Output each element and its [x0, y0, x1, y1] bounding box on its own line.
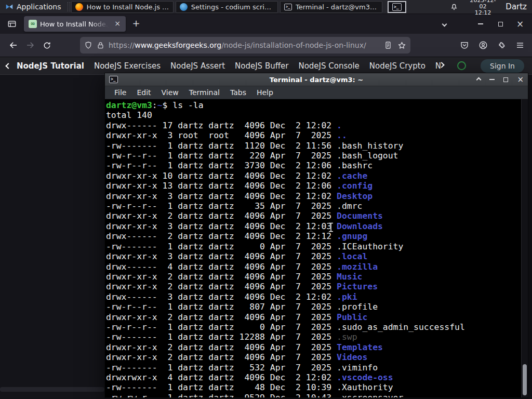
site-nav-link[interactable]: NodeJS Assert	[170, 61, 225, 71]
taskbar-button-terminal[interactable]: >_ Terminal - dartz@vm3: ~	[280, 1, 382, 13]
terminal-listing-line: -rw------- 1 dartz dartz 532 Apr 7 2025 …	[106, 363, 528, 373]
lock-icon[interactable]	[97, 42, 104, 49]
geeksforgeeks-favicon-icon: ∞	[29, 20, 37, 28]
taskbar-button-firefox[interactable]: How to Install Node.js o...	[71, 1, 174, 13]
forward-icon	[25, 41, 35, 50]
terminal-listing-line: -rw------- 1 dartz dartz 1120 Dec 2 11:5…	[106, 141, 528, 151]
list-all-tabs-button[interactable]	[436, 17, 452, 31]
panel-separator	[68, 2, 70, 11]
terminal-listing-line: drwxr-xr-x 2 dartz dartz 4096 Apr 7 2025…	[106, 352, 528, 362]
panel-clock[interactable]: 2025-12-02 12:12	[462, 0, 504, 16]
nav-scroll-left-icon[interactable]	[5, 63, 11, 69]
maximize-icon	[498, 22, 503, 26]
clock-date: 2025-12-02	[467, 0, 500, 10]
window-close-button[interactable]: ×	[512, 17, 528, 31]
notifications-button[interactable]	[446, 3, 462, 11]
terminal-total-line: total 140	[106, 110, 528, 120]
bookmark-star-icon[interactable]	[397, 41, 406, 50]
taskbar-button-label: Terminal - dartz@vm3: ~	[296, 3, 378, 11]
tab-title: How to Install Node.js on	[40, 20, 109, 28]
firefox-icon	[75, 3, 83, 11]
url-protocol: https://	[109, 41, 135, 49]
terminal-menu-tabs[interactable]: Tabs	[225, 88, 251, 97]
page-scrollbar[interactable]	[0, 387, 104, 392]
url-bar[interactable]: https://www.geeksforgeeks.org/node-js/in…	[80, 37, 410, 54]
user-menu-button[interactable]: Dartz	[503, 2, 532, 11]
terminal-listing-line: drwxr-xr-x 13 dartz dartz 4096 Dec 2 12:…	[106, 181, 528, 191]
distro-logo-icon	[5, 3, 14, 11]
terminal-menu-edit[interactable]: Edit	[131, 88, 156, 97]
browser-tab-bar: ∞ How to Install Node.js on × + ×	[0, 14, 532, 34]
browser-tab-active[interactable]: ∞ How to Install Node.js on ×	[24, 16, 126, 32]
site-nav-link[interactable]: NodeJS Crypto	[369, 61, 425, 71]
terminal-icon: >_	[392, 3, 402, 11]
terminal-scrollbar-thumb[interactable]	[523, 364, 527, 395]
terminal-listing-line: -rw------- 1 dartz dartz 12288 Apr 7 202…	[106, 332, 528, 342]
terminal-listing-line: -rw-r--r-- 1 dartz dartz 0 Apr 7 2025 .s…	[106, 322, 528, 332]
taskbar-button-label: How to Install Node.js o...	[87, 3, 169, 11]
terminal-menu-view[interactable]: View	[156, 88, 184, 97]
terminal-listing-line: drwxr-xr-x 2 dartz dartz 4096 Apr 7 2025…	[106, 342, 528, 352]
text-cursor-icon	[328, 222, 334, 232]
terminal-listing-line: drwxr-xr-x 2 dartz dartz 4096 Apr 7 2025…	[106, 272, 528, 282]
window-close-button[interactable]: ×	[517, 76, 524, 83]
app-menu-icon[interactable]	[515, 41, 525, 50]
window-maximize-button[interactable]	[503, 77, 508, 82]
terminal-body[interactable]: dartz@vm3:~$ ls -latotal 140drwx------ 1…	[105, 99, 528, 397]
terminal-listing-line: drwxr-xr-x 3 dartz dartz 4096 Dec 2 12:0…	[106, 191, 528, 201]
terminal-listing-line: drwx------ 17 dartz dartz 4096 Dec 2 12:…	[106, 121, 528, 130]
top-panel: Applications How to Install Node.js o...…	[0, 0, 532, 14]
browser-nav-toolbar: https://www.geeksforgeeks.org/node-js/in…	[0, 34, 532, 57]
minimize-icon	[478, 23, 483, 24]
terminal-title: Terminal - dartz@vm3: ~	[105, 76, 528, 84]
close-icon: ×	[516, 19, 524, 29]
terminal-listing-line: drwxr-xr-x 3 dartz dartz 4096 Dec 2 12:0…	[106, 221, 528, 231]
window-shade-button[interactable]	[476, 77, 482, 82]
firefox-view-icon	[7, 19, 17, 29]
shield-icon[interactable]	[84, 41, 92, 49]
extensions-icon[interactable]	[497, 41, 506, 50]
workspace-switcher[interactable]: >_	[388, 1, 406, 13]
forward-button[interactable]	[22, 37, 38, 53]
tab-close-button[interactable]: ×	[112, 19, 123, 29]
sign-in-button[interactable]: Sign In	[481, 59, 524, 73]
site-nav-bar: NodeJS TutorialNodeJS ExercisesNodeJS As…	[0, 57, 532, 75]
terminal-listing-line: drwx------ 4 dartz dartz 4096 Apr 7 2025…	[106, 262, 528, 272]
terminal-titlebar[interactable]: >_ Terminal - dartz@vm3: ~ ×	[105, 73, 528, 86]
terminal-listing-line: -rw------- 1 dartz dartz 0 Apr 7 2025 .I…	[106, 242, 528, 251]
site-nav-link[interactable]: NodeJS Console	[298, 61, 359, 71]
back-icon	[9, 41, 18, 50]
site-nav-link[interactable]: NodeJS Exercises	[94, 61, 161, 71]
terminal-listing-line: drwxr-xr-x 2 dartz dartz 4096 Apr 7 2025…	[106, 282, 528, 291]
terminal-menubar: FileEditViewTerminalTabsHelp	[105, 86, 528, 99]
terminal-listing-line: -rw-r--r-- 1 dartz dartz 3730 Dec 2 12:0…	[106, 161, 528, 170]
site-nav-link[interactable]: NodeJS Tutorial	[17, 61, 84, 71]
account-icon[interactable]	[478, 41, 488, 50]
terminal-listing-line: -rw------- 1 dartz dartz 48 Dec 2 10:39 …	[106, 382, 528, 392]
window-maximize-button[interactable]	[493, 17, 508, 31]
window-minimize-button[interactable]	[489, 79, 495, 80]
reader-view-icon[interactable]	[384, 41, 392, 49]
new-tab-button[interactable]: +	[129, 17, 143, 31]
search-icon[interactable]	[457, 61, 466, 70]
back-button[interactable]	[5, 37, 22, 53]
terminal-prompt-line: dartz@vm3:~$ ls -la	[106, 100, 528, 110]
terminal-window: >_ Terminal - dartz@vm3: ~ × FileEditVie…	[104, 73, 528, 398]
terminal-scrollbar[interactable]	[521, 99, 528, 397]
terminal-listing-line: drwxr-xr-x 2 dartz dartz 4096 Apr 7 2025…	[106, 312, 528, 322]
terminal-menu-terminal[interactable]: Terminal	[184, 88, 225, 97]
reload-button[interactable]	[38, 37, 55, 53]
taskbar-button-codium[interactable]: Settings - codium script...	[176, 1, 278, 13]
pocket-save-icon[interactable]	[460, 41, 469, 50]
codium-icon	[180, 3, 188, 11]
site-nav-link[interactable]: NodeJS Buffer	[235, 61, 288, 71]
applications-label: Applications	[17, 3, 61, 11]
terminal-listing-line: drwxr-xr-x 10 dartz dartz 4096 Dec 2 12:…	[106, 171, 528, 181]
firefox-view-button[interactable]	[4, 17, 20, 31]
window-minimize-button[interactable]	[473, 17, 488, 31]
terminal-menu-file[interactable]: File	[109, 88, 131, 97]
applications-menu-button[interactable]: Applications	[0, 0, 66, 14]
terminal-listing-line: drwxr-xr-x 3 root root 4096 Apr 7 2025 .…	[106, 130, 528, 140]
terminal-menu-help[interactable]: Help	[251, 88, 278, 97]
terminal-icon: >_	[284, 4, 292, 10]
